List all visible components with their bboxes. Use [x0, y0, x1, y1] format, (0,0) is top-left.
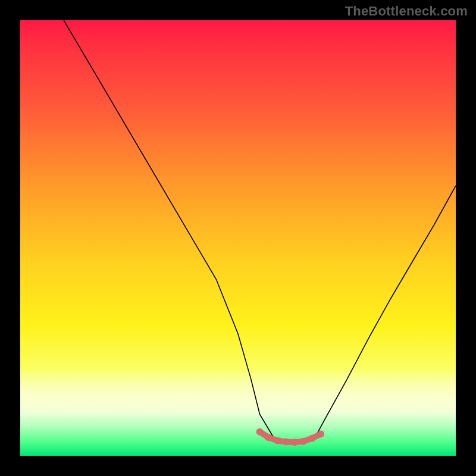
minimum-marker-dot: [265, 434, 272, 441]
minimum-marker-dot: [308, 435, 315, 442]
plot-area: [20, 20, 456, 456]
minimum-marker-dot: [274, 437, 281, 444]
minimum-marker-dot: [300, 438, 307, 445]
chart-svg: [20, 20, 456, 456]
minimum-marker-dot: [317, 430, 324, 437]
watermark-text: TheBottleneck.com: [345, 4, 468, 19]
minimum-marker-dot: [291, 439, 298, 446]
minimum-marker-dot: [256, 428, 264, 436]
minimum-marker-dot: [283, 439, 290, 446]
bottleneck-curve-line: [64, 20, 456, 443]
minimum-markers: [256, 428, 324, 446]
